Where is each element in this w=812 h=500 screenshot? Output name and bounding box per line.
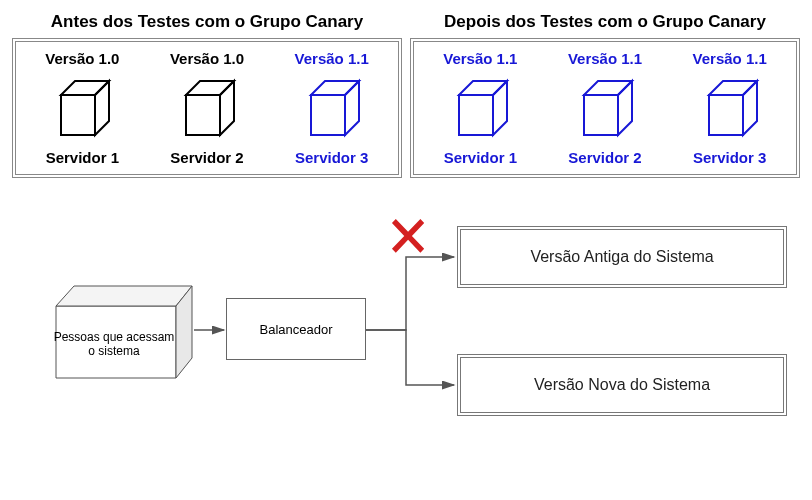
svg-marker-8: [345, 81, 359, 135]
server-name-label: Servidor 3: [669, 149, 790, 166]
after-panel-title: Depois dos Testes com o Grupo Canary: [410, 12, 800, 32]
cube-icon: [570, 73, 640, 143]
server-name-label: Servidor 2: [545, 149, 666, 166]
server-name-label: Servidor 1: [22, 149, 143, 166]
bottom-diagram: Pessoas que acessam o sistema Balanceado…: [12, 202, 800, 442]
cube-icon: [695, 73, 765, 143]
old-version-box: Versão Antiga do Sistema: [457, 226, 787, 288]
after-panel: Versão 1.1 Servidor 1Versão 1.1 Servidor…: [410, 38, 800, 178]
server-block: Versão 1.1 Servidor 3: [271, 50, 392, 166]
server-version-label: Versão 1.1: [420, 50, 541, 67]
server-version-label: Versão 1.0: [147, 50, 268, 67]
svg-marker-15: [709, 95, 743, 135]
balancer-box: Balanceador: [226, 298, 366, 360]
new-version-box: Versão Nova do Sistema: [457, 354, 787, 416]
server-name-label: Servidor 3: [271, 149, 392, 166]
svg-marker-11: [493, 81, 507, 135]
server-block: Versão 1.0 Servidor 1: [22, 50, 143, 166]
cross-icon: ✕: [385, 208, 432, 266]
svg-marker-19: [56, 286, 192, 306]
before-panel: Versão 1.0 Servidor 1Versão 1.0 Servidor…: [12, 38, 402, 178]
svg-marker-14: [618, 81, 632, 135]
new-version-label: Versão Nova do Sistema: [534, 376, 710, 394]
server-version-label: Versão 1.1: [271, 50, 392, 67]
svg-marker-3: [186, 95, 220, 135]
svg-marker-12: [584, 95, 618, 135]
svg-marker-17: [743, 81, 757, 135]
server-block: Versão 1.0 Servidor 2: [147, 50, 268, 166]
cube-icon: [297, 73, 367, 143]
server-name-label: Servidor 2: [147, 149, 268, 166]
top-row: Antes dos Testes com o Grupo Canary Vers…: [12, 12, 800, 178]
people-box-label: Pessoas que acessam o sistema: [44, 308, 184, 380]
cube-icon: [172, 73, 242, 143]
after-panel-wrap: Depois dos Testes com o Grupo Canary Ver…: [410, 12, 800, 178]
server-version-label: Versão 1.1: [669, 50, 790, 67]
svg-marker-9: [459, 95, 493, 135]
before-panel-title: Antes dos Testes com o Grupo Canary: [12, 12, 402, 32]
cube-icon: [445, 73, 515, 143]
server-block: Versão 1.1 Servidor 2: [545, 50, 666, 166]
server-block: Versão 1.1 Servidor 3: [669, 50, 790, 166]
server-version-label: Versão 1.1: [545, 50, 666, 67]
before-panel-wrap: Antes dos Testes com o Grupo Canary Vers…: [12, 12, 402, 178]
server-name-label: Servidor 1: [420, 149, 541, 166]
server-version-label: Versão 1.0: [22, 50, 143, 67]
balancer-label: Balanceador: [260, 322, 333, 337]
svg-marker-5: [220, 81, 234, 135]
svg-marker-2: [95, 81, 109, 135]
old-version-label: Versão Antiga do Sistema: [530, 248, 713, 266]
svg-marker-0: [61, 95, 95, 135]
svg-marker-6: [311, 95, 345, 135]
cube-icon: [47, 73, 117, 143]
people-box: Pessoas que acessam o sistema: [44, 280, 194, 380]
server-block: Versão 1.1 Servidor 1: [420, 50, 541, 166]
